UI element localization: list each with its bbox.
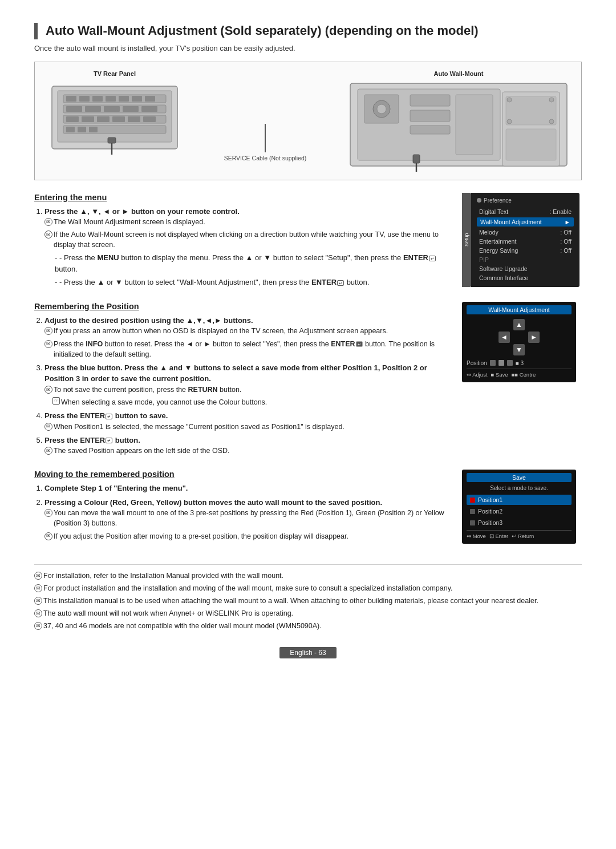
svg-rect-37	[456, 95, 493, 155]
moving-heading: Moving to the remembered position	[34, 470, 448, 479]
note-osd-not-displayed: ✉ If you press an arrow button when no O…	[44, 326, 448, 336]
svg-rect-18	[66, 116, 79, 122]
adjustment-panel: Wall-Mount Adjustment ▲ ◄ ► ▼ Position ■	[462, 302, 576, 382]
svg-rect-13	[66, 106, 82, 112]
svg-point-44	[549, 119, 554, 124]
page-title: Auto Wall-Mount Adjustment (Sold separat…	[34, 23, 582, 39]
entering-menu-steps: Press the ▲, ▼, ◄ or ► button on your re…	[44, 206, 448, 288]
pos-1-indicator	[490, 360, 496, 366]
arrow-center-space	[513, 331, 525, 343]
note-icon-9: ✉	[44, 532, 52, 540]
svg-rect-15	[104, 106, 120, 112]
svg-rect-45	[413, 155, 420, 163]
menu-row-energy-saving: Energy Saving: Off	[477, 246, 574, 255]
svg-rect-8	[92, 96, 103, 102]
adjustment-title: Wall-Mount Adjustment	[467, 305, 572, 314]
svg-rect-7	[79, 96, 90, 102]
note-colour-move: ✉ You can move the wall mount to one of …	[44, 508, 448, 528]
bottom-note-5: ✉ 37, 40 and 46 models are not compatibl…	[34, 621, 582, 631]
menu-row-melody: Melody: Off	[477, 228, 574, 237]
arrow-right: ►	[528, 331, 540, 343]
svg-rect-22	[128, 116, 140, 122]
note-saved-position-osd: ✉ The saved Position appears on the left…	[44, 446, 448, 456]
bottom-note-3: ✉ This installation manual is to be used…	[34, 596, 582, 606]
bottom-note-icon-4: ✉	[34, 609, 42, 617]
svg-rect-39	[506, 96, 556, 125]
svg-rect-14	[85, 106, 101, 112]
note-wall-mount-displayed: ✉ The Wall Mount Adjustment screen is di…	[44, 217, 448, 227]
note-position1-saved: ✉ When Position1 is selected, the messag…	[44, 422, 448, 432]
svg-rect-23	[143, 116, 156, 122]
note-colour-buttons: ☞ When selecting a save mode, you cannot…	[52, 397, 448, 407]
svg-rect-10	[119, 96, 129, 102]
sub-bullet-2: - Press the ▲ or ▼ button to select "Wal…	[55, 277, 448, 288]
save-position1-selected: Position1	[467, 495, 572, 505]
step1-text: Press the ▲, ▼, ◄ or ► button on your re…	[44, 207, 240, 216]
entering-menu-heading: Entering the menu	[34, 193, 448, 202]
svg-rect-12	[145, 96, 155, 102]
diagram-box: TV Rear Panel	[34, 62, 582, 180]
note-icon-5: ✉	[44, 386, 52, 394]
svg-rect-6	[66, 96, 76, 102]
arrow-up: ▲	[513, 319, 525, 330]
position-indicator-row: Position ■ 3	[467, 360, 572, 366]
svg-rect-20	[97, 116, 110, 122]
svg-rect-25	[78, 127, 86, 132]
arrow-middle-row: ◄ ►	[499, 331, 540, 343]
note-icon-4: ✉	[44, 340, 52, 348]
remembering-steps: Adjust to the desired position using the…	[44, 315, 448, 456]
content-area: Entering the menu Press the ▲, ▼, ◄ or ►…	[34, 193, 582, 634]
menu-row-pip: PIP	[477, 255, 574, 264]
note-icon-6: ✉	[44, 423, 52, 431]
svg-point-41	[507, 98, 512, 102]
sub-note-icon-1: ☞	[52, 397, 60, 405]
diagram-right-col: Auto Wall-Mount	[347, 70, 570, 172]
svg-rect-11	[132, 96, 142, 102]
adjustment-legend: ⇔ Adjust ■ Save ■■ Centre	[467, 369, 572, 378]
moving-step-2: Pressing a Colour (Red, Green, Yellow) b…	[44, 497, 448, 541]
menu-row-software-upgrade: Software Upgrade	[477, 264, 574, 273]
footer-label: English - 63	[279, 647, 336, 658]
diagram-left-label: TV Rear Panel	[94, 70, 136, 77]
step-3: Press the blue button. Press the ▲ and ▼…	[44, 362, 448, 407]
moving-steps: Complete Step 1 of "Entering the menu". …	[44, 483, 448, 541]
note-position-display: ✉ If you adjust the Position after movin…	[44, 531, 448, 541]
arrow-down: ▼	[513, 344, 525, 355]
menu-screenshot: Setup Preference Digital Text: Enable Wa…	[462, 193, 582, 287]
wall-mount-svg	[347, 80, 570, 172]
pos1-red-square	[470, 498, 475, 503]
save-position2: Position2	[467, 506, 572, 516]
save-panel: Save Select a mode to save. Position1 Po…	[462, 470, 576, 544]
bottom-note-icon-5: ✉	[34, 622, 42, 630]
svg-rect-35	[410, 110, 450, 122]
adjustment-screenshot: Wall-Mount Adjustment ▲ ◄ ► ▼ Position ■	[462, 302, 582, 382]
remembering-heading: Remembering the Position	[34, 302, 448, 311]
svg-rect-40	[506, 129, 556, 160]
moving-step-1: Complete Step 1 of "Entering the menu".	[44, 483, 448, 494]
section-moving-position: Moving to the remembered position Comple…	[34, 470, 582, 544]
entering-menu-text: Entering the menu Press the ▲, ▼, ◄ or ►…	[34, 193, 448, 292]
entering-step-1: Press the ▲, ▼, ◄ or ► button on your re…	[44, 206, 448, 288]
note-icon-8: ✉	[44, 509, 52, 517]
save-position3: Position3	[467, 518, 572, 528]
arrow-left: ◄	[499, 331, 510, 343]
svg-rect-27	[108, 138, 116, 143]
svg-rect-26	[89, 127, 98, 132]
svg-rect-34	[410, 95, 450, 106]
svg-rect-19	[82, 116, 94, 122]
diagram-left-col: TV Rear Panel	[46, 70, 183, 155]
pos-2-indicator	[499, 360, 504, 366]
save-screenshot: Save Select a mode to save. Position1 Po…	[462, 470, 582, 544]
bottom-note-icon-2: ✉	[34, 584, 42, 592]
svg-rect-24	[66, 127, 75, 132]
step-2: Adjust to the desired position using the…	[44, 315, 448, 359]
remembering-position-text: Remembering the Position Adjust to the d…	[34, 302, 448, 459]
pref-dot	[477, 198, 481, 203]
svg-rect-17	[141, 106, 157, 112]
bottom-note-2: ✉ For product installation and the insta…	[34, 583, 582, 593]
note-info-reset: ✉ Press the INFO button to reset. Press …	[44, 339, 448, 359]
step-4: Press the ENTER↵ button to save. ✉ When …	[44, 410, 448, 432]
svg-rect-9	[106, 96, 116, 102]
subtitle: Once the auto wall mount is installed, y…	[34, 44, 582, 52]
bottom-note-icon-1: ✉	[34, 572, 42, 580]
